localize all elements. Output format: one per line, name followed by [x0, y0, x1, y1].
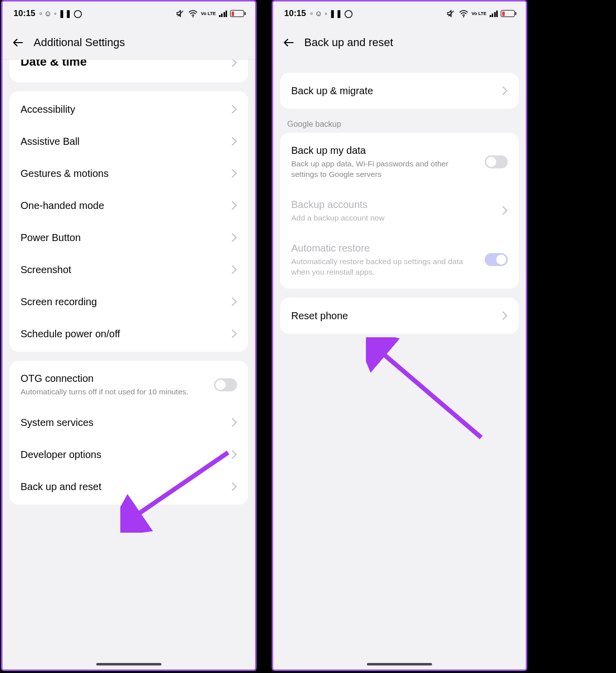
- row-label: Screenshot: [21, 263, 71, 276]
- svg-line-3: [378, 350, 481, 437]
- row-label: Back up & migrate: [291, 84, 373, 97]
- accessibility-row[interactable]: Accessibility: [10, 93, 248, 125]
- annotation-arrow-right: [366, 337, 486, 442]
- back-up-reset-row[interactable]: Back up and reset: [10, 471, 248, 503]
- chevron-right-icon: [502, 311, 508, 321]
- chevron-right-icon: [231, 329, 237, 339]
- section-google-backup: Google backup: [280, 109, 519, 133]
- card-settings-group2: OTG connection Automatically turns off i…: [10, 361, 248, 505]
- svg-point-0: [192, 16, 193, 17]
- status-time: 10:15: [14, 9, 35, 19]
- status-indicator-icons: ▫ ☺ ◦ ❚❚ ◯: [39, 9, 82, 18]
- status-indicator-icons: ▫ ☺ ◦ ❚❚ ◯: [310, 9, 353, 18]
- card-google-backup: Back up my data Back up app data, Wi-Fi …: [280, 133, 519, 289]
- chevron-right-icon: [502, 86, 508, 96]
- row-sub: Automatically restore backed up settings…: [291, 257, 472, 278]
- header: Additional Settings: [3, 26, 255, 60]
- mute-icon: [176, 9, 185, 18]
- header: Back up and reset: [273, 26, 526, 60]
- backup-migrate-row[interactable]: Back up & migrate: [280, 75, 519, 107]
- status-time: 10:15: [284, 9, 306, 19]
- backup-accounts-row[interactable]: Backup accounts Add a backup account now: [280, 189, 519, 233]
- row-sub: Add a backup account now: [291, 213, 384, 223]
- card-backup-migrate: Back up & migrate: [280, 73, 519, 109]
- chevron-right-icon: [231, 233, 237, 243]
- system-services-row[interactable]: System services: [10, 406, 248, 438]
- battery-icon: [501, 10, 515, 17]
- phone-right: 10:15 ▫ ☺ ◦ ❚❚ ◯ Vo LTE Back up and rese…: [272, 0, 527, 671]
- row-label: Screen recording: [21, 295, 97, 308]
- row-label: Schedule power on/off: [21, 327, 120, 340]
- gesture-bar[interactable]: [367, 663, 432, 665]
- row-label: Assistive Ball: [21, 135, 80, 148]
- page-title: Additional Settings: [34, 36, 125, 49]
- one-handed-row[interactable]: One-handed mode: [10, 189, 248, 221]
- back-button[interactable]: [282, 36, 295, 49]
- automatic-restore-toggle[interactable]: [485, 253, 508, 266]
- page-title: Back up and reset: [304, 36, 393, 49]
- row-sub: Automatically turns off if not used for …: [21, 387, 188, 397]
- row-label: Power Button: [21, 231, 81, 244]
- automatic-restore-row[interactable]: Automatic restore Automatically restore …: [280, 233, 519, 287]
- row-label: Reset phone: [291, 309, 348, 322]
- screen-recording-row[interactable]: Screen recording: [10, 286, 248, 318]
- developer-options-row[interactable]: Developer options: [10, 438, 248, 471]
- otg-connection-row[interactable]: OTG connection Automatically turns off i…: [10, 363, 248, 406]
- chevron-right-icon: [231, 417, 237, 427]
- content-left: Date & time Accessibility Assistive Ball…: [3, 60, 255, 515]
- otg-toggle[interactable]: [214, 378, 237, 391]
- chevron-right-icon: [231, 482, 237, 492]
- volte-icon: Vo LTE: [472, 12, 487, 16]
- card-settings-group1: Accessibility Assistive Ball Gestures & …: [10, 91, 248, 352]
- card-reset: Reset phone: [280, 298, 519, 334]
- gesture-bar[interactable]: [96, 663, 161, 665]
- chevron-right-icon: [231, 104, 237, 114]
- chevron-right-icon: [502, 205, 508, 215]
- content-right: Back up & migrate Google backup Back up …: [273, 73, 526, 344]
- row-label: Automatic restore: [291, 242, 472, 255]
- status-bar: 10:15 ▫ ☺ ◦ ❚❚ ◯ Vo LTE: [273, 2, 526, 26]
- chevron-right-icon: [231, 200, 237, 210]
- signal-icon: [219, 10, 228, 17]
- gestures-motions-row[interactable]: Gestures & motions: [10, 157, 248, 189]
- row-label: Developer options: [21, 448, 101, 461]
- power-button-row[interactable]: Power Button: [10, 221, 248, 254]
- row-sub: Back up app data, Wi-Fi passwords and ot…: [291, 159, 472, 180]
- row-label: Back up my data: [291, 144, 472, 157]
- row-label: Gestures & motions: [21, 167, 109, 180]
- screenshot-row[interactable]: Screenshot: [10, 254, 248, 286]
- reset-phone-row[interactable]: Reset phone: [280, 300, 519, 332]
- row-label: Backup accounts: [291, 198, 384, 211]
- status-bar: 10:15 ▫ ☺ ◦ ❚❚ ◯ Vo LTE: [3, 2, 255, 26]
- chevron-right-icon: [231, 60, 237, 68]
- volte-icon: Vo LTE: [201, 12, 216, 16]
- row-label: System services: [21, 416, 94, 429]
- row-label: Date & time: [21, 60, 87, 69]
- card-partial: Date & time: [10, 60, 248, 82]
- chevron-right-icon: [231, 168, 237, 178]
- backup-my-data-toggle[interactable]: [485, 155, 508, 168]
- row-label: OTG connection: [21, 372, 188, 385]
- chevron-right-icon: [231, 297, 237, 307]
- date-time-row[interactable]: Date & time: [10, 60, 248, 80]
- back-button[interactable]: [12, 36, 25, 49]
- row-label: One-handed mode: [21, 199, 104, 212]
- signal-icon: [490, 10, 498, 17]
- wifi-icon: [459, 10, 469, 18]
- battery-icon: [230, 10, 244, 17]
- chevron-right-icon: [231, 265, 237, 275]
- row-label: Back up and reset: [21, 480, 101, 493]
- row-label: Accessibility: [21, 103, 75, 116]
- phone-left: 10:15 ▫ ☺ ◦ ❚❚ ◯ Vo LTE Additional Setti…: [1, 0, 257, 671]
- chevron-right-icon: [231, 450, 237, 460]
- assistive-ball-row[interactable]: Assistive Ball: [10, 125, 248, 157]
- backup-my-data-row[interactable]: Back up my data Back up app data, Wi-Fi …: [280, 135, 519, 189]
- svg-point-2: [463, 16, 464, 17]
- schedule-power-row[interactable]: Schedule power on/off: [10, 318, 248, 350]
- wifi-icon: [188, 10, 198, 18]
- mute-icon: [447, 9, 456, 18]
- chevron-right-icon: [231, 136, 237, 146]
